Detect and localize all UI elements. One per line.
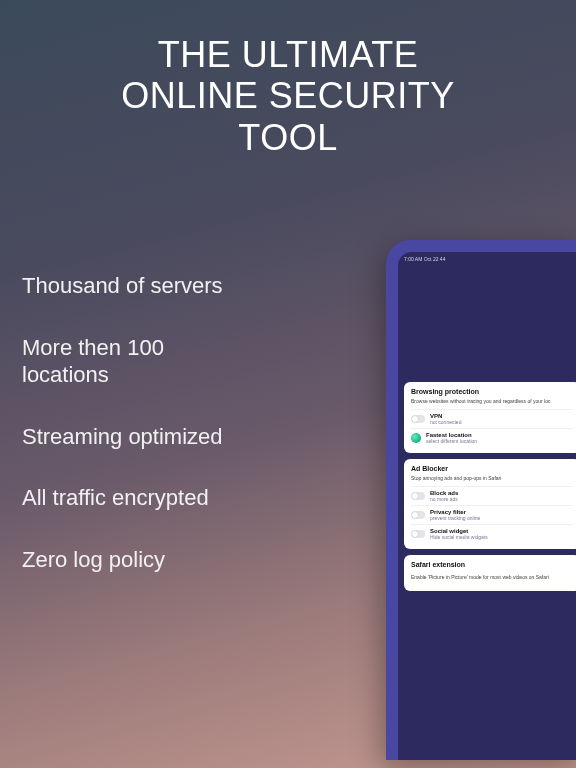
app-header-area <box>398 262 576 382</box>
card-subtitle: Stop annoying ads and pop-ups in Safari <box>411 475 573 481</box>
fastest-location-subtitle: select different location <box>426 438 477 444</box>
privacy-filter-toggle[interactable] <box>411 511 425 519</box>
privacy-filter-row[interactable]: Privacy filter prevent tracking online <box>411 505 573 524</box>
headline: THE ULTIMATE ONLINE SECURITY TOOL <box>0 34 576 158</box>
feature-list: Thousand of servers More then 100 locati… <box>22 272 223 607</box>
promo-stage: THE ULTIMATE ONLINE SECURITY TOOL Thousa… <box>0 0 576 768</box>
card-subtitle: Browse websites without tracing you and … <box>411 398 573 404</box>
privacy-filter-subtitle: prevent tracking online <box>430 515 480 521</box>
headline-line-3: TOOL <box>0 117 576 158</box>
cards-container: Browsing protection Browse websites with… <box>398 382 576 591</box>
block-ads-subtitle: no more ads <box>430 496 458 502</box>
headline-line-2: ONLINE SECURITY <box>0 75 576 116</box>
social-widget-row[interactable]: Social widget Hide social media widgets <box>411 524 573 543</box>
block-ads-row[interactable]: Block ads no more ads <box>411 486 573 505</box>
feature-item: More then 100 locations <box>22 334 212 389</box>
feature-item: Streaming optimized <box>22 423 223 451</box>
statusbar: 7:00 AM Oct 22 44 <box>398 252 576 262</box>
card-title: Safari extension <box>411 561 573 568</box>
social-widget-subtitle: Hide social media widgets <box>430 534 488 540</box>
vpn-toggle[interactable] <box>411 415 425 423</box>
browsing-protection-card: Browsing protection Browse websites with… <box>404 382 576 453</box>
card-title: Ad Blocker <box>411 465 573 472</box>
globe-icon <box>411 433 421 443</box>
ad-blocker-card: Ad Blocker Stop annoying ads and pop-ups… <box>404 459 576 549</box>
safari-extension-card: Safari extension Enable 'Picture in Pict… <box>404 555 576 591</box>
vpn-subtitle: not connected <box>430 419 461 425</box>
feature-item: All traffic encrypted <box>22 484 223 512</box>
card-subtitle: Enable 'Picture in Picture' mode for mos… <box>411 574 573 580</box>
card-title: Browsing protection <box>411 388 573 395</box>
feature-item: Thousand of servers <box>22 272 223 300</box>
tablet-frame: 7:00 AM Oct 22 44 Browsing protection Br… <box>386 240 576 760</box>
headline-line-1: THE ULTIMATE <box>0 34 576 75</box>
block-ads-toggle[interactable] <box>411 492 425 500</box>
social-widget-toggle[interactable] <box>411 530 425 538</box>
vpn-row[interactable]: VPN not connected <box>411 409 573 428</box>
tablet-screen: 7:00 AM Oct 22 44 Browsing protection Br… <box>398 252 576 760</box>
feature-item: Zero log policy <box>22 546 223 574</box>
fastest-location-row[interactable]: Fastest location select different locati… <box>411 428 573 447</box>
